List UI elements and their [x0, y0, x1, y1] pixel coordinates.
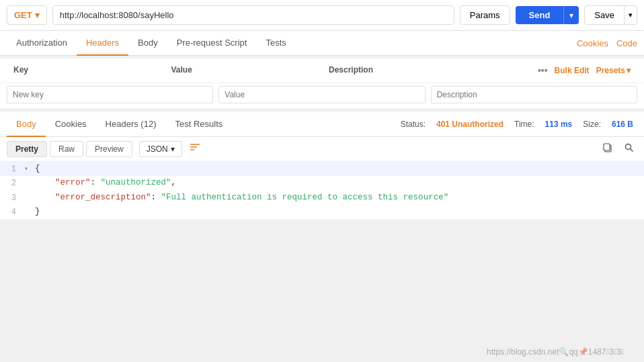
- save-button-group: Save ▾: [584, 5, 637, 25]
- value-input[interactable]: [218, 86, 425, 103]
- method-chevron-icon: ▾: [35, 10, 40, 20]
- status-code: 401 Unauthorized: [436, 120, 504, 129]
- request-tabs-bar: Authorization Headers Body Pre-request S…: [0, 31, 644, 56]
- line-num-1: 1: [0, 162, 24, 176]
- copy-icon[interactable]: [600, 141, 616, 157]
- response-toolbar: Pretty Raw Preview JSON ▾: [0, 137, 644, 162]
- sort-icon[interactable]: [189, 142, 201, 156]
- collapse-arrow-1[interactable]: ▾: [24, 162, 34, 175]
- code-link[interactable]: Code: [616, 38, 637, 48]
- status-label: Status:: [401, 120, 426, 129]
- params-button[interactable]: Params: [460, 5, 510, 25]
- save-dropdown-button[interactable]: ▾: [625, 5, 637, 25]
- headers-columns: Key Value Description ••• Bulk Edit Pres…: [0, 58, 644, 83]
- description-input[interactable]: [431, 86, 637, 103]
- tab-headers[interactable]: Headers: [77, 31, 128, 56]
- line-content-1: {: [34, 162, 644, 176]
- send-button[interactable]: Send: [516, 6, 564, 24]
- code-line-3: 3 "error_description": "Full authenticat…: [0, 191, 644, 205]
- url-input[interactable]: [52, 5, 454, 25]
- line-content-2: "error": "unauthorized",: [34, 176, 644, 190]
- code-area: 1 ▾ { 2 "error": "unauthorized", 3 "erro…: [0, 162, 644, 220]
- line-content-4: }: [34, 205, 644, 219]
- key-input[interactable]: [7, 86, 213, 103]
- tabs-right: Cookies Code: [577, 32, 637, 55]
- size-label: Size:: [583, 120, 601, 129]
- desc-column-header: Description: [322, 61, 480, 80]
- time-label: Time:: [514, 120, 534, 129]
- preview-button[interactable]: Preview: [86, 141, 132, 157]
- code-line-2: 2 "error": "unauthorized",: [0, 176, 644, 190]
- tab-body[interactable]: Body: [128, 31, 167, 56]
- line-num-2: 2: [0, 176, 24, 190]
- top-bar: GET ▾ Params Send ▾ Save ▾: [0, 0, 644, 31]
- raw-button[interactable]: Raw: [50, 141, 83, 157]
- format-label: JSON: [147, 144, 168, 154]
- method-label: GET: [14, 10, 32, 20]
- send-button-group: Send ▾: [516, 6, 579, 24]
- headers-actions: ••• Bulk Edit Presets ▾: [480, 61, 638, 80]
- value-column-header: Value: [165, 61, 323, 80]
- res-tab-test-results[interactable]: Test Results: [165, 112, 232, 137]
- toolbar-right: [600, 141, 637, 157]
- res-tab-body[interactable]: Body: [7, 112, 46, 137]
- pretty-button[interactable]: Pretty: [7, 141, 47, 157]
- res-tab-headers[interactable]: Headers (12): [96, 112, 166, 137]
- bulk-edit-button[interactable]: Bulk Edit: [555, 66, 590, 75]
- line-content-3: "error_description": "Full authenticatio…: [34, 191, 644, 205]
- dots-icon[interactable]: •••: [538, 65, 548, 76]
- method-select[interactable]: GET ▾: [7, 5, 47, 25]
- cookies-link[interactable]: Cookies: [577, 38, 608, 48]
- tab-prerequest[interactable]: Pre-request Script: [167, 31, 257, 56]
- tab-authorization[interactable]: Authorization: [7, 31, 77, 56]
- key-column-header: Key: [7, 61, 165, 80]
- response-status: Status: 401 Unauthorized Time: 113 ms Si…: [397, 120, 637, 129]
- code-line-1: 1 ▾ {: [0, 162, 644, 176]
- format-chevron-icon: ▾: [171, 144, 175, 154]
- res-tab-cookies[interactable]: Cookies: [46, 112, 96, 137]
- line-num-4: 4: [0, 205, 24, 219]
- presets-chevron-icon: ▾: [627, 66, 631, 75]
- svg-point-5: [626, 144, 631, 150]
- send-dropdown-button[interactable]: ▾: [563, 6, 579, 24]
- code-line-4: 4 }: [0, 205, 644, 219]
- svg-line-6: [631, 149, 633, 152]
- response-tabs-bar: Body Cookies Headers (12) Test Results S…: [0, 112, 644, 137]
- presets-button[interactable]: Presets ▾: [596, 66, 631, 75]
- svg-rect-4: [604, 144, 610, 150]
- search-icon[interactable]: [621, 141, 637, 157]
- headers-inputs-row: [0, 83, 644, 109]
- format-select[interactable]: JSON ▾: [139, 141, 182, 157]
- size-value: 616 B: [612, 120, 633, 129]
- tab-tests[interactable]: Tests: [256, 31, 295, 56]
- time-value: 113 ms: [545, 120, 573, 129]
- save-button[interactable]: Save: [584, 5, 625, 25]
- line-num-3: 3: [0, 191, 24, 205]
- headers-section: Key Value Description ••• Bulk Edit Pres…: [0, 58, 644, 109]
